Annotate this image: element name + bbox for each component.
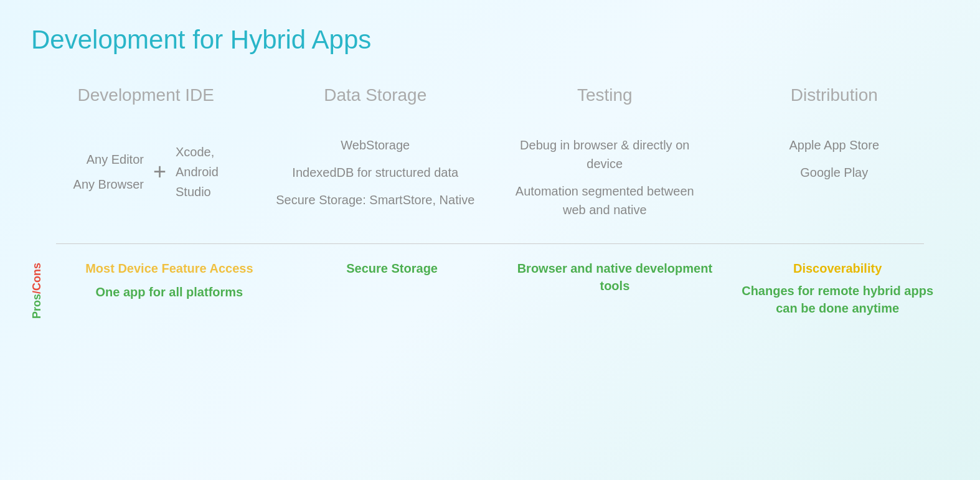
dev-ide-inner: Any Editor Any Browser + Xcode, Android … <box>73 142 219 202</box>
column-testing: Testing Debug in browser & directly on d… <box>490 73 720 228</box>
pros-cons-wrapper: Pros/Cons <box>31 260 49 322</box>
one-app-text: One app for all platforms <box>96 283 243 301</box>
webstorage-item: WebStorage <box>276 136 474 154</box>
browser-native-tools-text: Browser and native development tools <box>516 260 714 294</box>
bottom-col-distribution: Discoverability Changes for remote hybri… <box>726 260 949 322</box>
bottom-col-data-storage: Secure Storage <box>281 260 504 322</box>
dev-ide-right: Xcode, Android Studio <box>176 142 219 202</box>
cons-label: Cons <box>31 263 42 291</box>
column-header-distribution: Distribution <box>791 73 878 117</box>
dev-ide-left: Any Editor Any Browser <box>73 147 144 197</box>
pros-cons-label: Pros/Cons <box>31 263 42 319</box>
column-header-data-storage: Data Storage <box>324 73 426 117</box>
top-section: Development IDE Any Editor Any Browser +… <box>31 73 949 228</box>
column-data-storage: Data Storage WebStorage IndexedDB for st… <box>261 73 491 228</box>
xcode-label: Xcode, <box>176 142 214 162</box>
page-title: Development for Hybrid Apps <box>31 25 949 55</box>
secure-storage-pro-text: Secure Storage <box>346 260 438 277</box>
android-label: Android <box>176 162 219 182</box>
plus-sign: + <box>153 159 166 185</box>
apple-app-store-item: Apple App Store <box>789 136 879 154</box>
bottom-col-dev-ide: Most Device Feature Access One app for a… <box>58 260 281 322</box>
debug-item: Debug in browser & directly on device <box>502 136 707 173</box>
pros-label: Pros <box>31 294 42 319</box>
discoverability-text: Discoverability <box>793 260 882 277</box>
secure-storage-item: Secure Storage: SmartStore, Native <box>276 191 474 209</box>
column-header-dev-ide: Development IDE <box>78 73 214 117</box>
most-device-feature-text: Most Device Feature Access <box>85 260 253 277</box>
automation-item: Automation segmented between web and nat… <box>502 182 707 219</box>
any-browser-label: Any Browser <box>73 172 144 197</box>
page-container: Development for Hybrid Apps Development … <box>0 0 980 480</box>
changes-remote-text: Changes for remote hybrid apps can be do… <box>738 282 936 317</box>
testing-content: Debug in browser & directly on device Au… <box>502 136 707 228</box>
data-storage-content: WebStorage IndexedDB for structured data… <box>276 136 474 218</box>
column-distribution: Distribution Apple App Store Google Play <box>720 73 949 228</box>
section-divider <box>56 243 924 244</box>
column-dev-ide: Development IDE Any Editor Any Browser +… <box>31 73 261 228</box>
distribution-content: Apple App Store Google Play <box>789 136 879 191</box>
studio-label: Studio <box>176 182 211 202</box>
slash-separator: / <box>31 291 42 294</box>
indexeddb-item: IndexedDB for structured data <box>276 163 474 182</box>
column-header-testing: Testing <box>577 73 633 117</box>
google-play-item: Google Play <box>789 163 879 182</box>
bottom-col-testing: Browser and native development tools <box>504 260 727 322</box>
bottom-section: Pros/Cons Most Device Feature Access One… <box>31 260 949 322</box>
any-editor-label: Any Editor <box>87 147 144 172</box>
bottom-columns: Most Device Feature Access One app for a… <box>58 260 949 322</box>
